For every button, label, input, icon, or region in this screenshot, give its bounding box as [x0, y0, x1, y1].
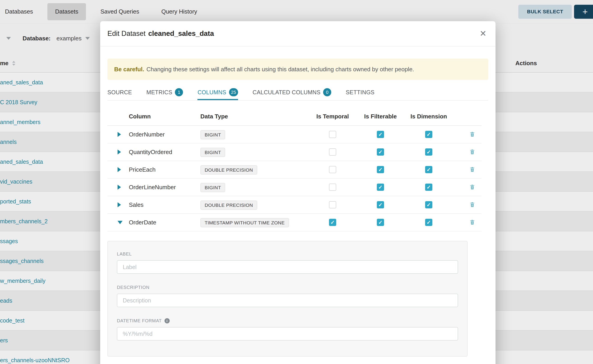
modal-title-prefix: Edit Dataset — [107, 30, 145, 38]
is-dimension-checkbox[interactable] — [425, 166, 432, 173]
table-row: OrderNumber BIGINT — [107, 126, 481, 143]
data-type-pill: DOUBLE PRECISION — [200, 165, 257, 175]
is-dimension-checkbox[interactable] — [425, 219, 432, 226]
edit-dataset-modal: Edit Dataset cleaned_sales_data ✕ Be car… — [100, 21, 495, 364]
is-filterable-checkbox[interactable] — [377, 201, 384, 208]
tab-label: METRICS — [146, 89, 172, 96]
metrics-count-badge: 1 — [175, 88, 183, 96]
is-filterable-checkbox[interactable] — [377, 166, 384, 173]
is-dimension-checkbox[interactable] — [425, 184, 432, 191]
data-type-header: Data Type — [200, 113, 309, 120]
tab-label: CALCULATED COLUMNS — [252, 89, 320, 96]
table-row: PriceEach DOUBLE PRECISION — [107, 161, 481, 179]
is-temporal-checkbox[interactable] — [329, 219, 336, 226]
is-temporal-checkbox[interactable] — [329, 148, 336, 156]
is-temporal-checkbox[interactable] — [329, 201, 336, 208]
column-name: PriceEach — [129, 166, 200, 173]
is-temporal-checkbox[interactable] — [329, 184, 336, 191]
is-filterable-checkbox[interactable] — [377, 219, 384, 226]
expand-caret-icon[interactable] — [118, 185, 121, 190]
label-input[interactable] — [117, 260, 458, 274]
is-filterable-header: Is Filterable — [356, 113, 404, 120]
delete-icon[interactable] — [469, 166, 475, 173]
datetime-format-input[interactable] — [117, 327, 458, 341]
tab-label: SOURCE — [107, 89, 132, 96]
warning-banner: Be careful. Changing these settings will… — [107, 59, 488, 80]
info-icon[interactable]: i — [165, 318, 170, 323]
delete-icon[interactable] — [469, 202, 475, 208]
table-row: QuantityOrdered BIGINT — [107, 143, 481, 161]
is-filterable-checkbox[interactable] — [377, 184, 384, 191]
expand-caret-icon[interactable] — [118, 202, 121, 207]
data-type-pill: BIGINT — [200, 148, 225, 157]
delete-icon[interactable] — [469, 184, 475, 190]
description-input[interactable] — [117, 294, 458, 307]
is-dimension-checkbox[interactable] — [425, 131, 432, 138]
label-field-label: LABEL — [117, 251, 458, 257]
tab-calculated-columns[interactable]: CALCULATED COLUMNS 0 — [252, 84, 331, 100]
tab-label: COLUMNS — [198, 89, 226, 96]
warning-bold-text: Be careful. — [114, 66, 144, 73]
column-name: Sales — [129, 202, 200, 208]
columns-table: Column Data Type Is Temporal Is Filterab… — [107, 101, 481, 231]
is-temporal-checkbox[interactable] — [329, 131, 336, 138]
table-row: OrderDate TIMESTAMP WITHOUT TIME ZONE — [107, 214, 481, 231]
delete-icon[interactable] — [469, 149, 475, 155]
modal-header: Edit Dataset cleaned_sales_data — [100, 21, 495, 46]
tab-source[interactable]: SOURCE — [107, 84, 132, 100]
datetime-format-label-text: DATETIME FORMAT — [117, 318, 162, 323]
description-field-label: DESCRIPTION — [117, 285, 458, 290]
modal-title-dataset-name: cleaned_sales_data — [148, 30, 214, 38]
is-temporal-header: Is Temporal — [309, 113, 356, 120]
collapse-caret-icon[interactable] — [118, 221, 123, 224]
tab-label: SETTINGS — [346, 89, 374, 96]
columns-table-header: Column Data Type Is Temporal Is Filterab… — [107, 101, 481, 126]
is-temporal-checkbox[interactable] — [329, 166, 336, 173]
is-dimension-header: Is Dimension — [404, 113, 453, 120]
expand-caret-icon[interactable] — [118, 150, 121, 155]
column-header: Column — [129, 113, 200, 120]
data-type-pill: DOUBLE PRECISION — [200, 201, 257, 210]
tab-settings[interactable]: SETTINGS — [346, 84, 374, 100]
column-name: OrderLineNumber — [129, 184, 200, 191]
data-type-pill: BIGINT — [200, 183, 225, 192]
is-dimension-checkbox[interactable] — [425, 148, 432, 156]
expand-caret-icon[interactable] — [118, 132, 121, 137]
columns-count-badge: 25 — [229, 88, 238, 96]
column-name: OrderDate — [129, 219, 200, 226]
data-type-pill: BIGINT — [200, 130, 225, 139]
screen: Databases Datasets Saved Queries Query H… — [0, 0, 593, 364]
label-field-label-text: LABEL — [117, 252, 132, 257]
modal-body: Be careful. Changing these settings will… — [100, 59, 495, 357]
column-detail-panel: LABEL DESCRIPTION DATETIME FORMAT i — [107, 241, 468, 357]
data-type-pill: TIMESTAMP WITHOUT TIME ZONE — [200, 218, 289, 227]
is-dimension-checkbox[interactable] — [425, 201, 432, 208]
column-name: OrderNumber — [129, 131, 200, 138]
table-row: OrderLineNumber BIGINT — [107, 179, 481, 196]
is-filterable-checkbox[interactable] — [377, 131, 384, 138]
tab-metrics[interactable]: METRICS 1 — [146, 84, 183, 100]
delete-icon[interactable] — [469, 131, 475, 137]
table-row: Sales DOUBLE PRECISION — [107, 196, 481, 214]
description-field-label-text: DESCRIPTION — [117, 285, 149, 290]
expand-caret-icon[interactable] — [118, 167, 121, 172]
modal-tabs: SOURCE METRICS 1 COLUMNS 25 CALCULATED C… — [107, 84, 488, 101]
delete-icon[interactable] — [469, 219, 475, 226]
close-icon[interactable]: ✕ — [477, 27, 490, 40]
warning-text: Changing these settings will affect all … — [146, 66, 414, 73]
is-filterable-checkbox[interactable] — [377, 148, 384, 156]
tab-columns[interactable]: COLUMNS 25 — [198, 84, 238, 100]
column-name: QuantityOrdered — [129, 149, 200, 156]
calculated-columns-count-badge: 0 — [323, 88, 331, 96]
datetime-format-field-label: DATETIME FORMAT i — [117, 318, 458, 323]
